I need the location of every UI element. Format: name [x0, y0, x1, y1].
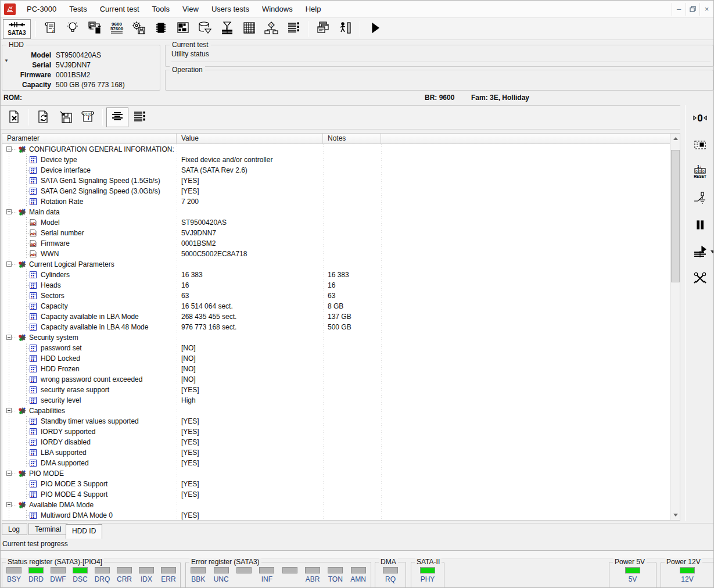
- collapse-icon[interactable]: [6, 146, 12, 152]
- power-relay-button[interactable]: [688, 188, 712, 210]
- scroll-down-button[interactable]: [670, 510, 680, 520]
- minimize-icon[interactable]: –: [672, 3, 686, 16]
- menu-item-tests[interactable]: Tests: [63, 1, 93, 18]
- collapse-icon[interactable]: [6, 471, 12, 476]
- tree-section-row[interactable]: Current Logical Parameters: [2, 259, 670, 270]
- tree-item-row[interactable]: Sectors6363: [2, 291, 670, 301]
- heads-funnel-button[interactable]: [216, 19, 238, 39]
- tree-guide: [9, 343, 9, 353]
- menu-item-help[interactable]: Help: [299, 1, 328, 18]
- tab-terminal[interactable]: Terminal: [28, 523, 67, 535]
- tree-item-row[interactable]: abSerial number5VJ9DNN7: [2, 228, 670, 238]
- tree-item-row[interactable]: IORDY supported[YES]: [2, 426, 670, 437]
- column-header-value[interactable]: Value: [177, 134, 323, 144]
- tree-item-row[interactable]: wrong password count exceeded[NO]: [2, 374, 670, 385]
- tree-section-row[interactable]: Main data: [2, 207, 670, 217]
- exit-man-button[interactable]: [334, 19, 356, 39]
- baud-rate-button[interactable]: 960057600: [106, 19, 128, 39]
- collapse-icon[interactable]: [6, 261, 12, 267]
- tree-item-row[interactable]: PIO MODE 4 Support[YES]: [2, 489, 670, 500]
- surface-grid-button[interactable]: [238, 19, 260, 39]
- close-icon[interactable]: ×: [699, 3, 713, 16]
- zero-jumper-button[interactable]: 0: [688, 107, 712, 130]
- pause-button[interactable]: [688, 214, 712, 236]
- tree-section-row[interactable]: Security system: [2, 332, 670, 343]
- tree-item-row[interactable]: Device interfaceSATA (SATA Rev 2.6): [2, 165, 670, 175]
- collapse-icon[interactable]: [6, 408, 12, 413]
- tree-item-row[interactable]: Capacity available in LBA Mode268 435 45…: [2, 311, 670, 322]
- tree-item-row[interactable]: Capacity available in LBA 48 Mode976 773…: [2, 322, 670, 332]
- view-detail-button[interactable]: [128, 107, 150, 127]
- tree-item-row[interactable]: SATA Gen2 Signaling Speed (3.0Gb/s)[YES]: [2, 186, 670, 196]
- tools-button[interactable]: [688, 268, 712, 290]
- notes-cell: 8 GB: [328, 301, 343, 311]
- reset-counter-button[interactable]: 1↓000RESET: [688, 161, 712, 183]
- scroll-up-button[interactable]: [670, 134, 680, 144]
- tree-item-row[interactable]: SATA Gen1 Signaling Speed (1.5Gb/s)[YES]: [2, 175, 670, 186]
- refresh-page-button[interactable]: [33, 107, 55, 127]
- tree-item-row[interactable]: Multiword DMA Mode 0[YES]: [2, 510, 670, 520]
- parameter-label: Capacity available in LBA 48 Mode: [41, 322, 148, 332]
- tree-item-row[interactable]: IORDY disabled[YES]: [2, 437, 670, 447]
- tree-section-row[interactable]: CONFIGURATION GENERAL INFORMATION:: [2, 144, 670, 155]
- collapse-icon[interactable]: [6, 209, 12, 214]
- tree-section-row[interactable]: Available DMA Mode: [2, 500, 670, 510]
- tree-item-row[interactable]: Heads1616: [2, 280, 670, 291]
- menu-item-tools[interactable]: Tools: [146, 1, 176, 18]
- partition-button[interactable]: [172, 19, 194, 39]
- tree-item-row[interactable]: Rotation Rate7 200: [2, 196, 670, 207]
- device-port-button[interactable]: SATA3: [3, 19, 31, 39]
- menu-item-pc-3000[interactable]: PC-3000: [20, 1, 63, 18]
- tree-item-row[interactable]: abFirmware0001BSM2: [2, 238, 670, 249]
- start-test-button[interactable]: [688, 241, 712, 263]
- chip-board-button[interactable]: [688, 134, 712, 156]
- chip-button[interactable]: [150, 19, 172, 39]
- bulb-button[interactable]: [62, 19, 84, 39]
- info-scroll-button[interactable]: i: [40, 19, 62, 39]
- tree-item-row[interactable]: security levelHigh: [2, 395, 670, 406]
- tab-log[interactable]: Log: [2, 523, 27, 535]
- script-info-button[interactable]: 0101i: [77, 107, 99, 127]
- vertical-scrollbar[interactable]: [670, 134, 680, 520]
- pc-swap-button[interactable]: [84, 19, 106, 39]
- restore-icon[interactable]: [686, 3, 699, 16]
- windows-cascade-button[interactable]: [312, 19, 334, 39]
- value-cell: 16: [181, 280, 189, 291]
- tree-section-row[interactable]: PIO MODE: [2, 468, 670, 479]
- menu-item-current-test[interactable]: Current test: [94, 1, 146, 18]
- flowchart-button[interactable]: ?: [260, 19, 282, 39]
- menu-item-windows[interactable]: Windows: [256, 1, 299, 18]
- menu-item-view[interactable]: View: [176, 1, 205, 18]
- tab-hdd-id[interactable]: HDD ID: [66, 524, 102, 539]
- tree-item-row[interactable]: LBA supported[YES]: [2, 447, 670, 458]
- tree-section-row[interactable]: Capabilities: [2, 406, 670, 416]
- clear-page-button[interactable]: [3, 107, 25, 127]
- dropdown-arrow-icon[interactable]: [711, 250, 714, 253]
- scrollbar-thumb[interactable]: [671, 150, 680, 282]
- tree-item-row[interactable]: Cylinders16 38316 383: [2, 270, 670, 280]
- menu-item-users-tests[interactable]: Users tests: [205, 1, 256, 18]
- tree-item-row[interactable]: password set[NO]: [2, 343, 670, 353]
- tree-item-row[interactable]: HDD Frozen[NO]: [2, 364, 670, 374]
- view-center-button[interactable]: [106, 107, 128, 127]
- tree-item-row[interactable]: DMA supported[YES]: [2, 458, 670, 468]
- tree-item-row[interactable]: PIO MODE 3 Support[YES]: [2, 479, 670, 489]
- report-list-button[interactable]: [282, 19, 304, 39]
- parameter-label: Serial number: [41, 228, 84, 238]
- tree-item-row[interactable]: abModelST9500420AS: [2, 217, 670, 228]
- gear-floppy-button[interactable]: [128, 19, 150, 39]
- tree-item-row[interactable]: abWWN5000C5002EC8A718: [2, 249, 670, 259]
- column-header-parameter[interactable]: Parameter: [2, 134, 177, 144]
- save-page-button[interactable]: [55, 107, 77, 127]
- collapse-icon[interactable]: [6, 502, 12, 507]
- tree-item-row[interactable]: HDD Locked[NO]: [2, 353, 670, 364]
- led-dwf: DWF: [48, 567, 69, 583]
- database-button[interactable]: [194, 19, 216, 39]
- collapse-icon[interactable]: [6, 335, 12, 340]
- tree-item-row[interactable]: Capacity16 514 064 sect.8 GB: [2, 301, 670, 311]
- tree-item-row[interactable]: security erase support[YES]: [2, 385, 670, 395]
- tree-item-row[interactable]: Standby timer values supported[YES]: [2, 416, 670, 426]
- tree-item-row[interactable]: Device typeFixed device and/or controlle…: [2, 155, 670, 165]
- play-button[interactable]: [364, 19, 386, 39]
- column-header-notes[interactable]: Notes: [323, 134, 381, 144]
